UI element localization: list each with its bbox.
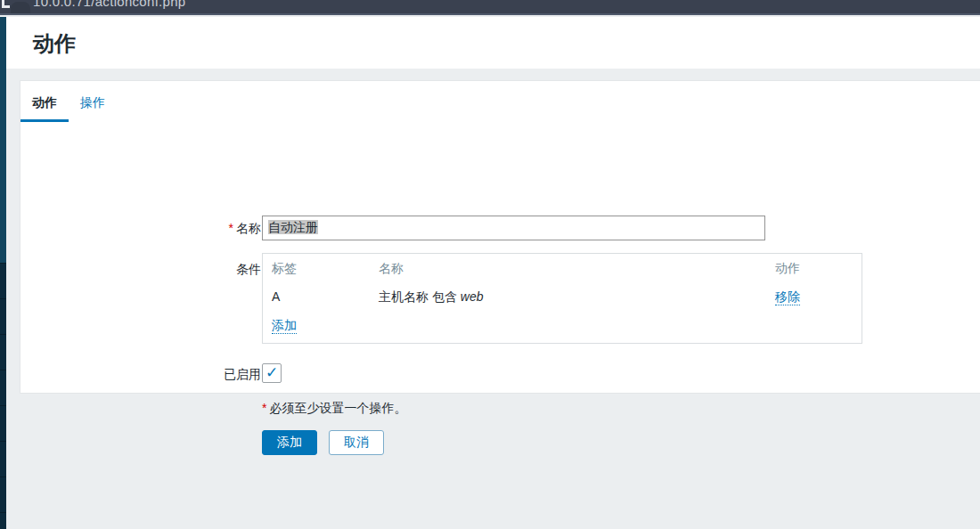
tab-action[interactable]: 动作 (20, 88, 69, 118)
name-field-label: *名称 (154, 221, 261, 237)
sidebar-collapsed-strip[interactable] (0, 17, 6, 529)
browser-topbar: 10.0.0.71/actionconf.php (0, 0, 980, 15)
condition-row-name: 主机名称 包含 web (379, 289, 775, 305)
conditions-col-name: 名称 (379, 261, 775, 277)
name-input-selected-text: 自动注册 (268, 220, 318, 234)
sidebar-strip-highlight (0, 17, 6, 263)
conditions-field-label: 条件 (154, 262, 261, 278)
address-bar-url[interactable]: 10.0.0.71/actionconf.php (33, 0, 186, 9)
action-form-card: 动作 操作 *名称 自动注册 条件 标签 名称 动作 A 主机名称 包含 web… (20, 80, 980, 394)
page-title: 动作 (33, 29, 76, 58)
form-button-row: 添加 取消 (262, 430, 384, 455)
browser-tab-icon (2, 0, 10, 8)
add-button[interactable]: 添加 (262, 430, 317, 455)
checkmark-icon: ✓ (265, 364, 278, 381)
required-asterisk: * (229, 221, 233, 235)
required-asterisk: * (262, 401, 266, 415)
enabled-field-label: 已启用 (154, 367, 261, 383)
page-header: 动作 (6, 17, 980, 69)
enabled-checkbox[interactable]: ✓ (262, 363, 282, 383)
cancel-button[interactable]: 取消 (329, 430, 384, 455)
tab-operations[interactable]: 操作 (69, 88, 117, 118)
conditions-col-action: 动作 (775, 261, 853, 277)
name-input[interactable]: 自动注册 (262, 216, 765, 240)
conditions-col-tag: 标签 (272, 261, 379, 277)
condition-value-italic: web (461, 289, 484, 304)
conditions-table: 标签 名称 动作 A 主机名称 包含 web 移除 添加 (262, 253, 862, 344)
remove-condition-link[interactable]: 移除 (775, 289, 800, 305)
condition-row-action: 移除 (775, 289, 853, 305)
add-condition-link[interactable]: 添加 (272, 318, 297, 334)
browser-tab-fragment (11, 2, 30, 15)
operation-required-warning: *必须至少设置一个操作。 (262, 401, 406, 417)
condition-row-tag: A (272, 289, 379, 305)
tab-bar: 动作 操作 (20, 88, 117, 118)
